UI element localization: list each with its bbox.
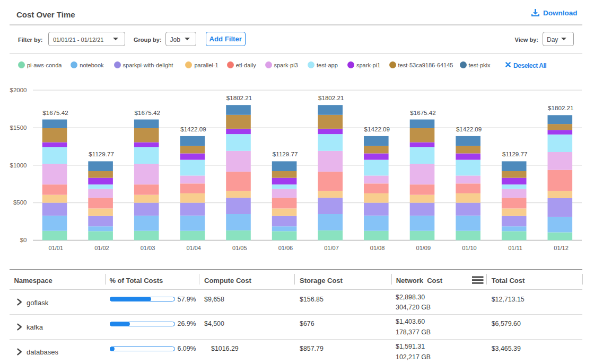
svg-text:$1129.77: $1129.77	[502, 150, 528, 157]
svg-text:$1422.09: $1422.09	[364, 126, 390, 132]
svg-text:01/10: 01/10	[462, 245, 477, 251]
svg-text:$2000: $2000	[10, 87, 27, 93]
svg-text:$1000: $1000	[10, 162, 27, 168]
svg-text:$1802.21: $1802.21	[548, 104, 573, 111]
svg-text:01/08: 01/08	[370, 245, 385, 251]
svg-text:$500: $500	[13, 199, 27, 206]
svg-text:$0: $0	[20, 237, 27, 243]
svg-text:01/03: 01/03	[141, 245, 155, 251]
svg-text:01/05: 01/05	[232, 245, 247, 251]
svg-text:$1675.42: $1675.42	[410, 109, 435, 116]
svg-text:$1422.09: $1422.09	[456, 126, 482, 132]
svg-text:$1802.21: $1802.21	[226, 94, 252, 101]
svg-text:$1422.09: $1422.09	[180, 126, 206, 132]
svg-text:$1129.77: $1129.77	[273, 150, 298, 157]
svg-text:01/12: 01/12	[554, 245, 569, 251]
svg-text:01/09: 01/09	[416, 245, 431, 251]
svg-text:01/11: 01/11	[508, 245, 522, 251]
svg-text:01/06: 01/06	[278, 245, 293, 251]
svg-text:01/01: 01/01	[49, 245, 64, 251]
svg-text:$1802.21: $1802.21	[318, 94, 344, 101]
svg-text:$1675.42: $1675.42	[135, 109, 160, 116]
svg-text:$1129.77: $1129.77	[89, 150, 114, 157]
svg-text:01/02: 01/02	[94, 245, 109, 251]
svg-text:$1500: $1500	[10, 125, 27, 131]
svg-text:01/07: 01/07	[324, 245, 339, 251]
svg-text:01/04: 01/04	[186, 245, 201, 251]
svg-text:$1675.42: $1675.42	[42, 109, 68, 116]
